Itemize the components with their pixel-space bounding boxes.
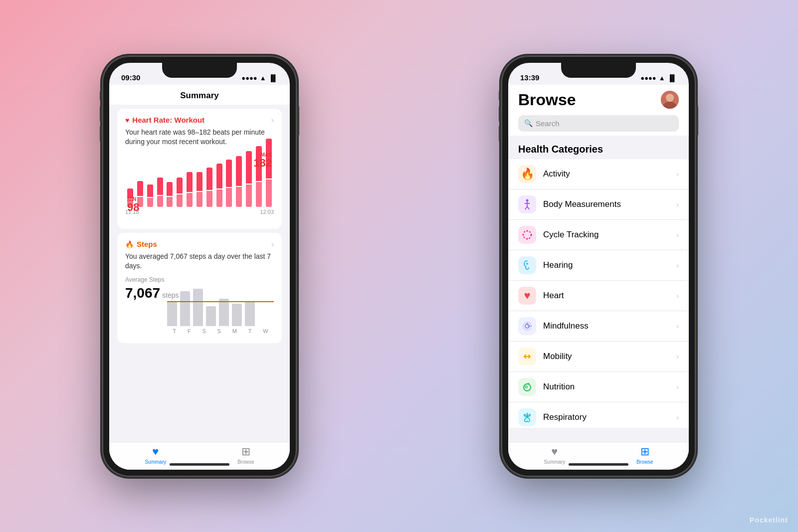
bar-label-m: M [232,328,237,334]
summary-tab-label-2: Summary [544,459,565,465]
search-placeholder: Search [536,119,560,128]
cycle-icon-wrap [518,226,536,244]
category-item-activity[interactable]: 🔥 Activity › [508,159,689,189]
hearing-icon [521,259,533,271]
battery-icon-2: ▐▌ [668,74,677,82]
svg-point-12 [531,234,532,235]
browse-header: Browse 🔍 Search [508,85,689,136]
home-indicator [170,463,229,466]
activity-chevron: › [676,170,679,178]
heart-icon-wrap: ♥ [518,287,536,305]
body-icon-wrap [518,195,536,213]
search-bar[interactable]: 🔍 Search [518,115,679,132]
hr-min-value: 98 [127,202,139,213]
category-item-heart[interactable]: ♥ Heart › [508,281,689,311]
notch-2 [561,63,636,78]
heart-rate-chevron: › [271,116,274,125]
phone-2: 13:39 ●●●● ▲ ▐▌ Browse [501,56,696,477]
svg-point-17 [525,386,527,388]
nutrition-icon [521,381,533,393]
body-measurements-icon [521,198,533,210]
svg-point-10 [527,238,528,239]
bar-label-f: F [188,328,191,334]
tab-browse-2[interactable]: ⊞ Browse [636,445,653,465]
volume-up-button-2[interactable] [499,106,501,122]
wifi-icon: ▲ [260,74,266,82]
svg-point-1 [666,94,674,102]
hr-time-end: 12:03 [260,209,274,215]
hr-bars [125,152,274,207]
bar-label-s2: S [217,328,221,334]
category-item-body[interactable]: Body Measurements › [508,189,689,220]
activity-label: Activity [543,169,676,179]
silent-button[interactable] [100,91,102,101]
summary-tab-icon-2: ♥ [551,445,558,458]
bar-label-t1: T [173,328,176,334]
tab-summary-2[interactable]: ♥ Summary [544,445,565,465]
fire-icon: 🔥 [125,240,134,248]
mindfulness-icon [521,320,533,332]
steps-title-row: 🔥 Steps [125,240,157,248]
mobility-icon [521,351,533,362]
power-button-2[interactable] [696,106,698,136]
browse-tab-label-2: Browse [636,459,653,465]
category-item-hearing[interactable]: Hearing › [508,250,689,281]
user-avatar[interactable] [661,91,679,109]
steps-card[interactable]: 🔥 Steps › You averaged 7,067 steps a day… [117,233,282,343]
signal-icon-2: ●●●● [640,74,656,82]
steps-title: Steps [137,240,157,248]
steps-chevron: › [271,240,274,249]
steps-bar-s1 [193,289,203,326]
browse-title-row: Browse [518,91,679,109]
steps-avg-line [167,301,274,302]
hearing-chevron: › [676,261,679,269]
steps-bars [167,286,274,326]
category-item-mobility[interactable]: Mobility › [508,342,689,372]
category-item-cycle[interactable]: Cycle Tracking › [508,220,689,250]
hr-max-label: MAX 182 [253,152,272,169]
mindfulness-icon-wrap [518,317,536,335]
cycle-label: Cycle Tracking [543,230,676,240]
nav-title: Summary [109,85,290,105]
search-icon: 🔍 [524,119,533,127]
steps-bar-m [219,299,229,326]
body-chevron: › [676,200,679,208]
heart-chevron: › [676,291,679,300]
activity-icon-wrap: 🔥 [518,165,536,183]
category-item-mindfulness[interactable]: Mindfulness › [508,311,689,342]
category-item-respiratory[interactable]: Respiratory › [508,402,689,428]
status-icons: ●●●● ▲ ▐▌ [241,74,278,82]
heart-cat-icon: ♥ [524,289,530,302]
hearing-icon-wrap [518,256,536,274]
bar-label-s1: S [202,328,205,334]
nutrition-icon-wrap [518,378,536,396]
hr-min-label: MIN 98 [127,196,139,213]
browse-scroll[interactable]: Health Categories 🔥 Activity › [508,136,689,428]
heart-rate-card[interactable]: ♥ Heart Rate: Workout › Your heart rate … [117,109,282,229]
power-button[interactable] [297,106,299,136]
card-title-row: ♥ Heart Rate: Workout [125,116,204,124]
category-item-nutrition[interactable]: Nutrition › [508,372,689,402]
volume-up-button[interactable] [100,106,102,122]
hearing-label: Hearing [543,260,676,270]
signal-icon: ●●●● [241,74,257,82]
tab-browse[interactable]: ⊞ Browse [237,445,254,465]
respiratory-label: Respiratory [543,412,676,422]
respiratory-chevron: › [676,413,679,421]
volume-down-button[interactable] [100,126,102,142]
phone-2-content: Browse 🔍 Search Health Catego [508,85,689,470]
respiratory-icon-wrap [518,408,536,426]
hr-time-row: 11:18 12:03 [125,209,274,215]
activity-icon: 🔥 [521,168,534,180]
steps-bar-w [245,301,255,326]
avatar-image [661,91,679,109]
volume-down-button-2[interactable] [499,126,501,142]
phone-1-screen: 09:30 ●●●● ▲ ▐▌ Summary ♥ Heart Rate: Wo… [109,63,290,470]
phone-1: 09:30 ●●●● ▲ ▐▌ Summary ♥ Heart Rate: Wo… [102,56,297,477]
silent-button-2[interactable] [499,91,501,101]
tab-summary[interactable]: ♥ Summary [145,445,166,465]
body-label: Body Measurements [543,199,676,209]
scroll-area[interactable]: ♥ Heart Rate: Workout › Your heart rate … [109,105,290,437]
nutrition-chevron: › [676,382,679,391]
steps-chart: Average Steps 7,067 steps [125,276,274,336]
